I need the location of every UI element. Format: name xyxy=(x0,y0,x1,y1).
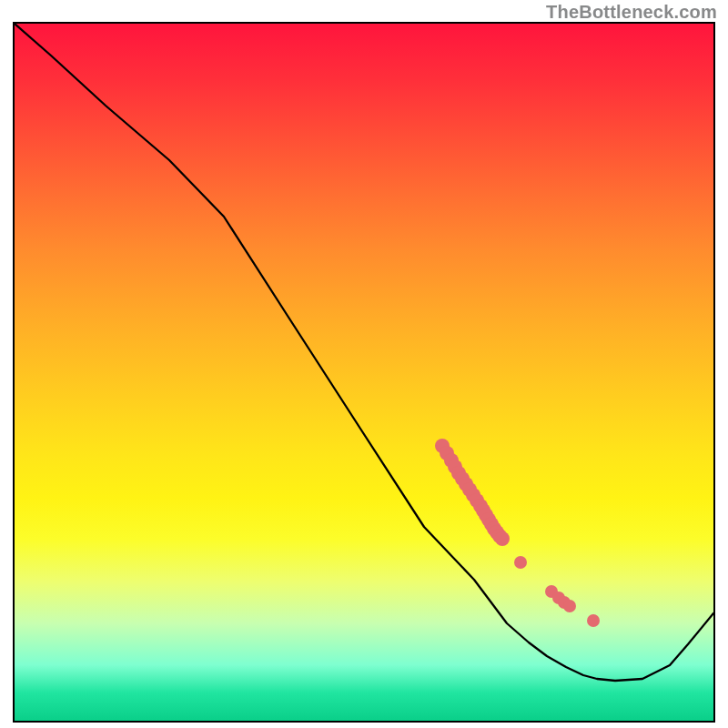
data-dots xyxy=(435,439,600,627)
chart-frame xyxy=(13,22,715,723)
data-dot xyxy=(514,556,527,569)
watermark-text: TheBottleneck.com xyxy=(546,2,717,23)
data-dot xyxy=(587,614,600,627)
curve-line xyxy=(15,24,713,681)
data-dot xyxy=(563,600,576,612)
chart-canvas: TheBottleneck.com xyxy=(0,0,728,728)
chart-plot xyxy=(15,24,713,721)
data-dot xyxy=(495,531,510,546)
